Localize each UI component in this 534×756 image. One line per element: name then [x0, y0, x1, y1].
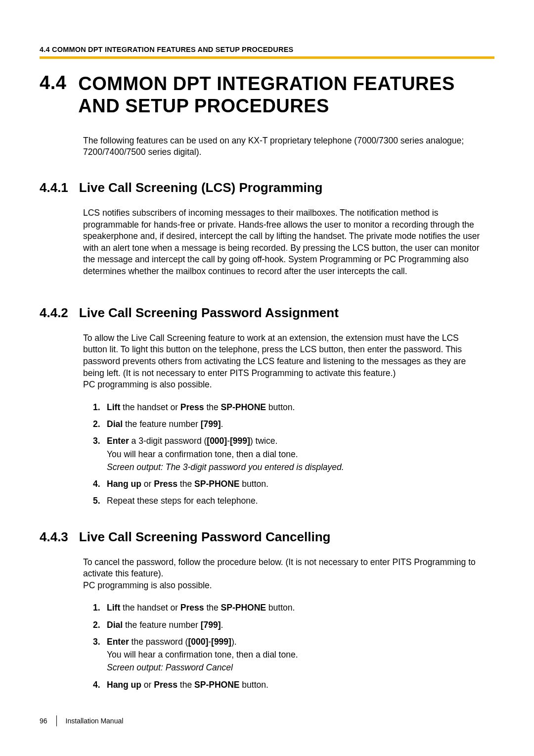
step-keyword: Press [154, 479, 178, 489]
step-text: the feature number [123, 419, 201, 429]
step-text: . [221, 419, 223, 429]
step-text: the [204, 603, 221, 613]
header-rule [40, 56, 494, 59]
step-text: or [141, 479, 154, 489]
subsection-number: 4.4.3 [40, 529, 68, 545]
step-keyword: [000] [188, 637, 208, 647]
step-2: Dial the feature number [799]. [93, 618, 484, 631]
step-screen-output: Screen output: The 3-digit password you … [107, 461, 484, 473]
step-4: Hang up or Press the SP-PHONE button. [93, 678, 484, 691]
subsection-442-heading: 4.4.2 Live Call Screening Password Assig… [40, 305, 494, 321]
step-text: the [178, 479, 194, 489]
step-keyword: Lift [107, 603, 120, 613]
subsection-443-para: To cancel the password, follow the proce… [83, 557, 484, 592]
page: 4.4 COMMON DPT INTEGRATION FEATURES AND … [0, 0, 534, 756]
step-3: Enter a 3-digit password ([000]-[999]) t… [93, 434, 484, 473]
section-title: COMMON DPT INTEGRATION FEATURES AND SETU… [78, 73, 494, 117]
subsection-number: 4.4.2 [40, 305, 68, 321]
step-screen-output: Screen output: Password Cancel [107, 661, 484, 674]
step-keyword: Lift [107, 402, 120, 412]
page-number: 96 [40, 717, 47, 725]
step-keyword: [999] [230, 436, 250, 446]
page-footer: 96 Installation Manual [40, 715, 123, 726]
step-text: the password ( [129, 637, 188, 647]
step-2: Dial the feature number [799]. [93, 418, 484, 430]
subsection-441-heading: 4.4.1 Live Call Screening (LCS) Programm… [40, 180, 494, 195]
step-keyword: Dial [107, 620, 123, 630]
subsection-title: Live Call Screening Password Cancelling [79, 529, 331, 545]
section-heading: 4.4 COMMON DPT INTEGRATION FEATURES AND … [40, 73, 494, 117]
step-text: the [178, 680, 194, 690]
running-head: 4.4 COMMON DPT INTEGRATION FEATURES AND … [40, 46, 494, 53]
step-keyword: Hang up [107, 680, 141, 690]
step-keyword: Press [154, 680, 178, 690]
step-sub: You will hear a confirmation tone, then … [107, 648, 484, 661]
step-4: Hang up or Press the SP-PHONE button. [93, 477, 484, 490]
subsection-title: Live Call Screening (LCS) Programming [79, 180, 323, 195]
steps-443: Lift the handset or Press the SP-PHONE b… [93, 601, 484, 691]
step-text: ) twice. [250, 436, 277, 446]
step-keyword: [000] [207, 436, 227, 446]
step-keyword: SP-PHONE [221, 402, 266, 412]
step-keyword: Enter [107, 436, 129, 446]
steps-442: Lift the handset or Press the SP-PHONE b… [93, 401, 484, 508]
step-keyword: SP-PHONE [221, 603, 266, 613]
subsection-442-para: To allow the Live Call Screening feature… [83, 332, 484, 391]
step-keyword: [999] [211, 637, 231, 647]
step-keyword: [799] [201, 419, 221, 429]
intro-paragraph: The following features can be used on an… [83, 135, 484, 158]
step-text: the [204, 402, 221, 412]
step-text: . [221, 620, 223, 630]
subsection-441-para: LCS notifies subscribers of incoming mes… [83, 207, 484, 278]
step-text: the handset or [120, 603, 180, 613]
footer-label: Installation Manual [66, 717, 124, 725]
subsection-443-heading: 4.4.3 Live Call Screening Password Cance… [40, 529, 494, 545]
step-sub: You will hear a confirmation tone, then … [107, 448, 484, 461]
step-1: Lift the handset or Press the SP-PHONE b… [93, 601, 484, 614]
step-3: Enter the password ([000]-[999]). You wi… [93, 635, 484, 674]
step-1: Lift the handset or Press the SP-PHONE b… [93, 401, 484, 414]
step-keyword: Press [180, 402, 204, 412]
step-keyword: SP-PHONE [194, 479, 239, 489]
step-text: a 3-digit password ( [129, 436, 207, 446]
subsection-number: 4.4.1 [40, 180, 68, 195]
subsection-title: Live Call Screening Password Assignment [79, 305, 339, 321]
footer-separator [56, 715, 57, 726]
step-5: Repeat these steps for each telephone. [93, 494, 484, 507]
step-text: button. [239, 680, 268, 690]
step-text: ). [231, 637, 237, 647]
step-text: or [141, 680, 154, 690]
step-keyword: Press [180, 603, 204, 613]
step-text: the handset or [120, 402, 180, 412]
step-keyword: Enter [107, 637, 129, 647]
step-text: the feature number [123, 620, 201, 630]
step-text: button. [239, 479, 268, 489]
step-keyword: [799] [201, 620, 221, 630]
step-keyword: Dial [107, 419, 123, 429]
section-number: 4.4 [40, 73, 66, 94]
step-keyword: SP-PHONE [194, 680, 239, 690]
step-text: button. [266, 402, 295, 412]
step-text: button. [266, 603, 295, 613]
step-keyword: Hang up [107, 479, 141, 489]
